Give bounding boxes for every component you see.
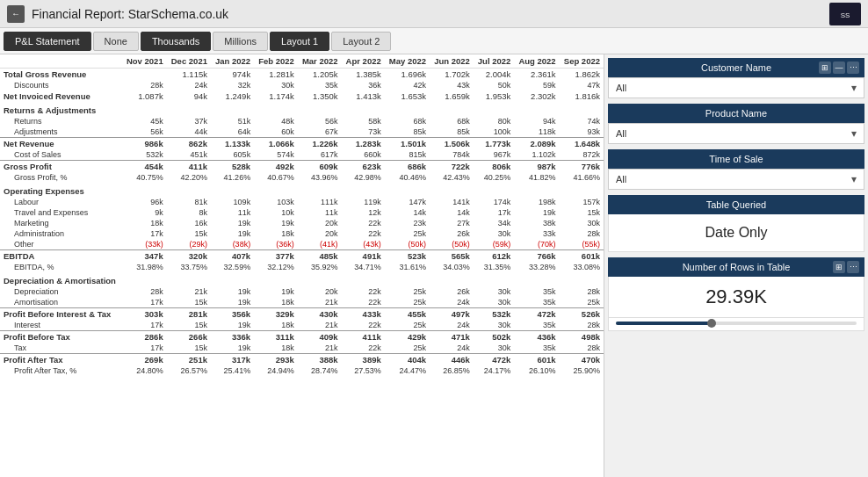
row-cell: 497k bbox=[430, 308, 474, 321]
row-cell: 974k bbox=[211, 69, 254, 81]
row-cell: 26.57% bbox=[167, 365, 211, 376]
filter-icon-2[interactable]: — bbox=[833, 61, 845, 74]
row-cell: 31.61% bbox=[385, 262, 430, 272]
row-cell: 56k bbox=[122, 126, 167, 138]
row-label: Profit After Tax bbox=[0, 354, 122, 366]
filter-label-product: Product Name bbox=[705, 108, 767, 119]
customer-dropdown[interactable]: All ▾ bbox=[608, 77, 864, 98]
row-cell: 33.28% bbox=[514, 262, 559, 272]
row-cell: 35k bbox=[514, 343, 559, 354]
row-cell: 30k bbox=[474, 297, 514, 308]
table-queried-section: Table Queried Date Only bbox=[608, 195, 864, 252]
table-wrapper[interactable]: Nov 2021 Dec 2021 Jan 2022 Feb 2022 Mar … bbox=[0, 54, 604, 477]
row-cell: 38k bbox=[514, 218, 559, 228]
row-cell: 118k bbox=[514, 126, 559, 138]
slider-fill bbox=[616, 322, 712, 325]
row-cell: 1.133k bbox=[211, 138, 254, 150]
tab-pl-statement[interactable]: P&L Statement bbox=[4, 32, 91, 51]
row-cell: 21k bbox=[298, 343, 342, 354]
row-cell: 26k bbox=[430, 228, 474, 239]
filter-header-time: Time of Sale bbox=[608, 149, 864, 169]
col-sep22: Sep 2022 bbox=[560, 54, 604, 69]
row-cell: 18k bbox=[254, 297, 298, 308]
row-label: Marketing bbox=[0, 218, 122, 228]
table-row: Depreciation28k21k19k19k20k22k25k26k30k3… bbox=[0, 286, 604, 297]
rows-section: Number of Rows in Table ⊞ ⋯ 29.39K bbox=[608, 257, 864, 331]
row-cell: 1.648k bbox=[560, 138, 604, 150]
table-row: Returns & Adjustments bbox=[0, 102, 604, 116]
row-cell: 269k bbox=[122, 354, 167, 366]
row-cell: 492k bbox=[254, 161, 298, 173]
tab-none[interactable]: None bbox=[93, 32, 139, 51]
row-cell: 266k bbox=[167, 331, 211, 343]
row-cell: 58k bbox=[342, 116, 385, 126]
row-cell: 31.35% bbox=[474, 262, 514, 272]
row-cell: 24.80% bbox=[122, 365, 167, 376]
filter-icon-1[interactable]: ⊞ bbox=[819, 61, 831, 74]
slider-handle[interactable] bbox=[707, 319, 716, 328]
right-panel: Customer Name ⊞ — ⋯ All ▾ Product Name A… bbox=[604, 54, 868, 477]
row-cell: 24.94% bbox=[254, 365, 298, 376]
row-cell: 12k bbox=[342, 207, 385, 218]
col-jul22: Jul 2022 bbox=[474, 54, 514, 69]
row-cell: 94k bbox=[167, 90, 211, 102]
row-cell: 141k bbox=[430, 197, 474, 207]
product-dropdown[interactable]: All ▾ bbox=[608, 123, 864, 144]
row-cell: 20k bbox=[298, 228, 342, 239]
row-cell: 25k bbox=[385, 320, 430, 331]
row-cell: 33.08% bbox=[560, 262, 604, 272]
row-cell: 42.43% bbox=[430, 172, 474, 183]
row-cell: 30k bbox=[474, 320, 514, 331]
tab-millions[interactable]: Millions bbox=[213, 32, 268, 51]
table-row: EBITDA347k320k407k377k485k491k523k565k61… bbox=[0, 250, 604, 263]
rows-more-icon[interactable]: ⋯ bbox=[847, 261, 859, 273]
row-cell: 389k bbox=[342, 354, 385, 366]
row-cell: 18k bbox=[254, 228, 298, 239]
row-cell: 22k bbox=[342, 320, 385, 331]
customer-value: All bbox=[616, 83, 626, 93]
title-bar: ← Financial Report: StarSchema.co.uk SS bbox=[0, 0, 868, 28]
row-cell: 111k bbox=[298, 197, 342, 207]
row-cell: 1.249k bbox=[211, 90, 254, 102]
row-cell: 2.302k bbox=[514, 90, 559, 102]
row-cell: 356k bbox=[211, 308, 254, 321]
row-cell: 19k bbox=[211, 343, 254, 354]
row-cell bbox=[122, 69, 167, 81]
row-cell: 11k bbox=[298, 207, 342, 218]
rows-filter-icon[interactable]: ⊞ bbox=[833, 261, 845, 273]
row-cell: 22k bbox=[342, 286, 385, 297]
row-cell: 21k bbox=[298, 320, 342, 331]
row-cell: 19k bbox=[211, 320, 254, 331]
row-cell: 491k bbox=[342, 250, 385, 263]
row-cell: 784k bbox=[430, 149, 474, 161]
row-cell: 601k bbox=[560, 250, 604, 263]
slider-track[interactable] bbox=[616, 322, 857, 325]
row-cell: 147k bbox=[385, 197, 430, 207]
tab-layout2[interactable]: Layout 2 bbox=[331, 32, 391, 51]
row-cell: 51k bbox=[211, 116, 254, 126]
col-apr22: Apr 2022 bbox=[342, 54, 385, 69]
row-cell: 451k bbox=[167, 149, 211, 161]
row-cell: 471k bbox=[430, 331, 474, 343]
svg-text:SS: SS bbox=[841, 11, 850, 19]
left-panel: Nov 2021 Dec 2021 Jan 2022 Feb 2022 Mar … bbox=[0, 54, 604, 477]
row-cell: 617k bbox=[298, 149, 342, 161]
back-button[interactable]: ← bbox=[7, 5, 25, 23]
filter-icon-3[interactable]: ⋯ bbox=[847, 61, 859, 74]
row-cell: 31.98% bbox=[122, 262, 167, 272]
row-cell: 64k bbox=[211, 126, 254, 138]
row-cell: 119k bbox=[342, 197, 385, 207]
tab-thousands[interactable]: Thousands bbox=[141, 32, 211, 51]
tab-layout1[interactable]: Layout 1 bbox=[270, 32, 329, 51]
row-cell: 21k bbox=[298, 297, 342, 308]
col-feb22: Feb 2022 bbox=[254, 54, 298, 69]
row-cell: 32.59% bbox=[211, 262, 254, 272]
row-cell: (43k) bbox=[342, 239, 385, 250]
row-cell: 526k bbox=[560, 308, 604, 321]
time-dropdown[interactable]: All ▾ bbox=[608, 169, 864, 190]
row-cell: 411k bbox=[342, 331, 385, 343]
row-cell: 470k bbox=[560, 354, 604, 366]
row-cell: 532k bbox=[122, 149, 167, 161]
row-cell: 19k bbox=[514, 207, 559, 218]
row-label: Gross Profit, % bbox=[0, 172, 122, 183]
